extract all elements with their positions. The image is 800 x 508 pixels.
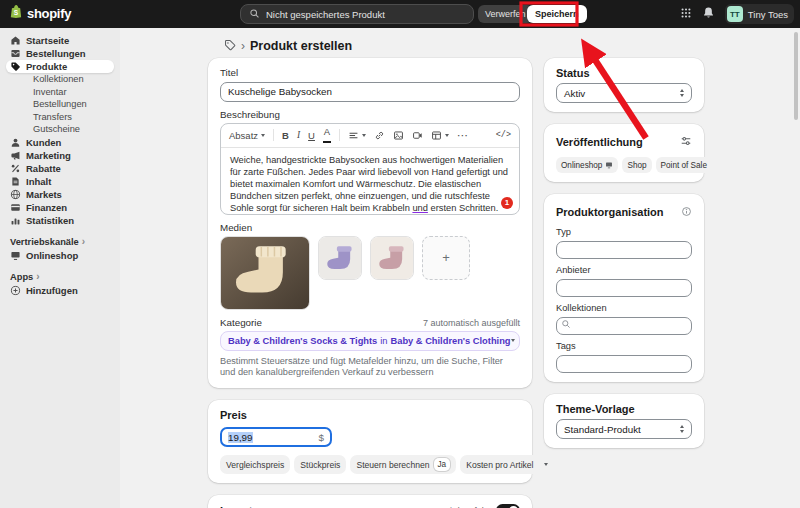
sidebar-item-label: Bestellungen [26, 48, 86, 59]
status-card: Status Aktiv [544, 58, 704, 112]
shopify-logo[interactable]: S shopify [8, 4, 71, 23]
text-color-button[interactable]: A [323, 127, 331, 143]
underline-button[interactable]: U [308, 130, 315, 141]
sidebar-subitem-bestellungen[interactable]: Bestellungen [6, 98, 114, 111]
page-title: Produkt erstellen [250, 39, 352, 53]
vendor-input[interactable] [556, 279, 692, 297]
shopify-wordmark: shopify [27, 6, 71, 21]
add-media-button[interactable]: + [422, 236, 470, 280]
chevron-down-icon[interactable] [544, 463, 548, 466]
charge-tax-button[interactable]: Steuern berechnen Ja [350, 455, 456, 474]
price-label: Preis [220, 409, 520, 421]
save-button[interactable]: Speichern [527, 5, 587, 23]
shopify-admin-window: S shopify Nicht gespeichertes Produkt Ve… [0, 0, 800, 508]
cost-per-item-button[interactable]: Kosten pro Artikel [460, 455, 539, 474]
sidebar-item-produkte[interactable]: Produkte [6, 60, 114, 73]
sidebar-item-finanzen[interactable]: Finanzen [6, 201, 114, 214]
select-caret-icon [680, 425, 684, 433]
select-caret-icon [680, 89, 684, 97]
grammar-issue-badge[interactable]: 1 [501, 197, 513, 209]
table-button[interactable] [431, 130, 449, 141]
apps-grid-icon[interactable] [680, 5, 692, 23]
price-value: 19,99 [228, 432, 253, 443]
product-title-input[interactable] [220, 82, 520, 102]
media-thumbnail-3[interactable] [370, 236, 414, 280]
paragraph-style-dropdown[interactable]: Absatz [229, 130, 265, 141]
product-organization-card: Produktorganisation Typ Anbieter Kollekt… [544, 194, 704, 382]
inventory-card: Inventar Inventar wird verfolgt [208, 495, 532, 508]
inventory-tracked-toggle[interactable] [496, 504, 520, 508]
code-view-button[interactable]: </> [496, 130, 511, 140]
italic-button[interactable]: I [297, 130, 300, 140]
sidebar-item-kunden[interactable]: Kunden [6, 136, 114, 149]
title-label: Titel [220, 67, 520, 78]
category-label: Kategorie [220, 317, 262, 328]
sales-channels-header[interactable]: Vertriebskanäle › [10, 237, 110, 247]
content-file-icon [10, 176, 21, 187]
bold-button[interactable]: B [282, 130, 289, 141]
channel-badge-onlineshop[interactable]: Onlineshop [556, 157, 618, 173]
globe-icon [10, 189, 21, 200]
sidebar-item-startseite[interactable]: Startseite [6, 34, 114, 47]
description-label: Beschreibung [220, 109, 520, 120]
user-menu[interactable]: TT Tiny Toes [725, 4, 794, 24]
media-thumbnail-2[interactable] [318, 236, 362, 280]
tag-icon [10, 61, 21, 72]
credit-card-icon [10, 202, 21, 213]
collections-input[interactable] [556, 317, 692, 335]
search-bar[interactable]: Nicht gespeichertes Produkt [240, 4, 474, 24]
sidebar-item-onlineshop[interactable]: Onlineshop [6, 249, 114, 262]
sidebar-item-label: Hinzufügen [26, 285, 78, 296]
orders-icon [10, 48, 21, 59]
color-bar [323, 141, 331, 143]
channel-badge-pos[interactable]: Point of Sale [656, 157, 712, 173]
sidebar-item-statistiken[interactable]: Statistiken [6, 214, 114, 227]
tags-input[interactable] [556, 355, 692, 373]
media-thumbnail-1[interactable] [220, 236, 310, 310]
info-icon[interactable] [681, 203, 692, 221]
sidebar-item-rabatte[interactable]: Rabatte [6, 162, 114, 175]
price-input[interactable]: 19,99 $ [220, 427, 332, 447]
discard-button[interactable]: Verwerfen [478, 5, 533, 23]
sidebar-item-bestellungen[interactable]: Bestellungen [6, 47, 114, 60]
description-textarea[interactable]: Weiche, handgestrickte Babysocken aus ho… [221, 148, 519, 214]
chevron-down-icon [362, 134, 366, 137]
notifications-bell-icon[interactable] [702, 5, 715, 23]
search-bar-text: Nicht gespeichertes Produkt [266, 9, 385, 20]
sidebar-subitem-kollektionen[interactable]: Kollektionen [6, 73, 114, 86]
theme-template-value: Standard-Produkt [564, 424, 641, 435]
sidebar-item-marketing[interactable]: Marketing [6, 149, 114, 162]
channel-badge-shop[interactable]: Shop [622, 157, 651, 173]
sidebar-item-add-app[interactable]: Hinzufügen [6, 284, 114, 297]
unit-price-button[interactable]: Stückpreis [294, 455, 346, 474]
type-input[interactable] [556, 241, 692, 259]
category-link[interactable]: Baby & Children's Clothing [391, 336, 511, 346]
theme-template-select[interactable]: Standard-Produkt [556, 419, 692, 439]
alignment-button[interactable] [348, 130, 366, 141]
image-button[interactable] [393, 130, 404, 141]
editor-toolbar: Absatz B I U A [221, 124, 519, 148]
status-select[interactable]: Aktiv [556, 83, 692, 103]
scrollbar-thumb[interactable] [794, 32, 798, 120]
megaphone-icon [10, 150, 21, 161]
category-picker[interactable]: Baby & Children's Socks & Tights in Baby… [220, 331, 520, 351]
publishing-settings-icon[interactable] [680, 133, 692, 151]
video-button[interactable] [412, 130, 423, 141]
more-options-button[interactable]: ⋯ [457, 129, 468, 142]
sidebar-subitem-inventar[interactable]: Inventar [6, 86, 114, 99]
description-text: ersten Schritten. [428, 203, 498, 213]
apps-header[interactable]: Apps › [10, 272, 110, 282]
link-button[interactable] [374, 130, 385, 141]
avatar: TT [727, 6, 743, 22]
sidebar-item-inhalt[interactable]: Inhalt [6, 175, 114, 188]
sidebar-subitem-transfers[interactable]: Transfers [6, 111, 114, 124]
compare-at-price-button[interactable]: Vergleichspreis [220, 455, 290, 474]
sidebar-subitem-gutscheine[interactable]: Gutscheine [6, 123, 114, 136]
type-label: Typ [556, 227, 692, 237]
category-link[interactable]: Baby & Children's Socks & Tights [228, 336, 377, 346]
sidebar-item-markets[interactable]: Markets [6, 188, 114, 201]
theme-template-label: Theme-Vorlage [556, 403, 692, 415]
category-helper-text: Bestimmt Steuersätze und fügt Metafelder… [220, 356, 520, 380]
sidebar-item-label: Marketing [26, 150, 71, 161]
chevron-down-icon [261, 134, 265, 137]
